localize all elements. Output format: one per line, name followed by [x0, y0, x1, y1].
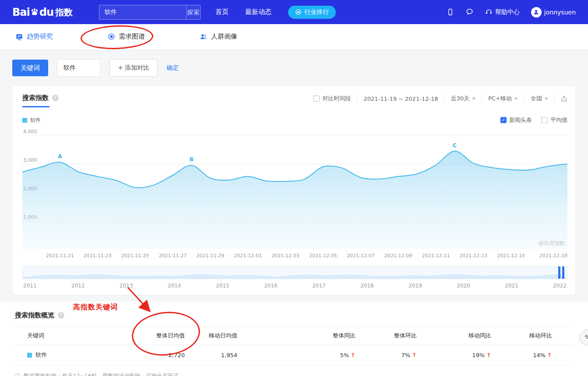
separator [444, 96, 445, 102]
navigator-slider-handle[interactable] [558, 266, 564, 279]
year-label: 2022 [553, 283, 567, 289]
baidu-index-logo[interactable]: Bai du 指数 [12, 6, 73, 18]
col-mobile-yoy: 移动同比 [417, 332, 491, 340]
chevron-down-icon [545, 98, 548, 100]
svg-text:2021-12-11: 2021-12-11 [422, 253, 450, 259]
header-right: 帮助中心 jonnysuen [447, 7, 576, 18]
separator [554, 96, 555, 102]
year-label: 2011 [23, 283, 37, 289]
card-header: 搜索指数 ? 对比时间段 2021-11-19 ~ 2021-12-18 近30… [22, 94, 567, 107]
help-center-link[interactable]: 帮助中心 [485, 8, 520, 16]
header-nav: 首页 最新动态 行业排行 [215, 6, 336, 19]
share-export-icon[interactable] [561, 96, 567, 102]
svg-text:2021-11-25: 2021-11-25 [121, 253, 149, 259]
range-dropdown[interactable]: 近30天 [451, 95, 476, 103]
search-explore-button[interactable]: 探索 [186, 5, 200, 19]
col-mobile-daily: 移动日均值 [185, 332, 237, 340]
rise-arrow-icon: ↑ [486, 352, 491, 358]
user-account[interactable]: jonnysuen [531, 7, 576, 18]
cell-overall-yoy: 5%↑ [237, 352, 356, 358]
legend-color-swatch [22, 118, 27, 123]
checkbox-icon [313, 96, 320, 102]
navigator-year-axis: 2011 2012 2013 2014 2015 2016 2017 2018 … [22, 283, 567, 291]
svg-text:3,000: 3,000 [23, 157, 37, 163]
svg-text:A: A [58, 153, 62, 160]
mobile-app-icon[interactable] [447, 8, 454, 16]
help-question-icon[interactable]: ? [58, 312, 64, 319]
news-headline-checkbox[interactable]: ✓ 新闻头条 [500, 116, 532, 124]
year-label: 2018 [360, 283, 374, 289]
series-color-swatch [27, 353, 32, 358]
top-header: Bai du 指数 探索 首页 最新动态 行业排行 [0, 0, 588, 24]
brand-suffix: 指数 [55, 7, 73, 18]
crown-icon [295, 9, 302, 15]
compare-period-checkbox[interactable]: 对比时间段 [313, 95, 351, 103]
year-label: 2012 [71, 283, 85, 289]
keyword-button[interactable]: 关键词 [12, 60, 48, 76]
rise-arrow-icon: ↑ [412, 352, 417, 358]
svg-text:2021-12-18: 2021-12-18 [539, 253, 567, 259]
year-label: 2015 [216, 283, 229, 289]
username: jonnysuen [544, 9, 576, 16]
keyword-input[interactable] [57, 59, 101, 77]
help-question-icon[interactable]: ? [52, 95, 59, 101]
message-icon[interactable] [465, 8, 474, 16]
overview-title: 搜索指数概览 [15, 311, 54, 319]
header-search-box: 探索 [99, 5, 201, 20]
navigator-history-silhouette [23, 266, 567, 279]
info-icon: i [15, 373, 21, 376]
region-dropdown[interactable]: 全国 [531, 95, 548, 103]
svg-text:2021-12-05: 2021-12-05 [309, 253, 337, 259]
cell-overall-daily: 2,720 [137, 352, 185, 358]
search-index-overview: 搜索指数概览 ? 关键词 整体日均值 移动日均值 整体同比 整体环比 移动同比 … [0, 302, 588, 376]
checked-checkbox-icon: ✓ [500, 117, 507, 123]
series-legend[interactable]: 软件 [22, 117, 41, 124]
col-mobile-mom: 移动环比 [491, 332, 561, 340]
separator [524, 96, 525, 102]
svg-text:2021-12-09: 2021-12-09 [384, 253, 412, 259]
year-label: 2017 [312, 283, 326, 289]
search-index-chart[interactable]: 1,0002,0003,0004,000ABC2021-11-212021-11… [22, 127, 567, 262]
nav-home[interactable]: 首页 [215, 8, 229, 16]
rise-arrow-icon: ↑ [351, 352, 356, 358]
separator [482, 96, 482, 102]
table-row[interactable]: 软件 2,720 1,954 5%↑ 7%↑ 19%↑ 14%↑ [15, 345, 573, 365]
baidu-index-page: Bai du 指数 探索 首页 最新动态 行业排行 [0, 0, 588, 376]
average-checkbox[interactable]: 平均值 [542, 116, 567, 124]
active-tab-underline [22, 106, 49, 107]
svg-text:2021-11-29: 2021-11-29 [196, 253, 224, 259]
separator [357, 96, 357, 102]
keyword-bar: 关键词 + 添加对比 确定 [0, 50, 588, 85]
year-label: 2016 [264, 283, 278, 289]
year-label: 2020 [457, 283, 470, 289]
headset-icon [485, 8, 493, 16]
device-dropdown[interactable]: PC+移动 [488, 95, 518, 103]
year-label: 2021 [505, 283, 518, 289]
data-update-note: i 数据更新时间：每天12~16时，受数据波动影响，可能会有延迟。 [15, 372, 573, 376]
sub-nav: 趋势研究 需求图谱 人群画像 [0, 24, 588, 50]
nav-industry-ranking[interactable]: 行业排行 [288, 6, 336, 19]
brand-text: Bai du [12, 6, 53, 18]
svg-text:2021-12-15: 2021-12-15 [497, 253, 525, 259]
radar-dot-icon [108, 33, 115, 40]
date-range-display[interactable]: 2021-11-19 ~ 2021-12-18 [363, 96, 438, 102]
overview-table: 关键词 整体日均值 移动日均值 整体同比 整体环比 移动同比 移动环比 软件 2… [15, 326, 573, 365]
search-input[interactable] [99, 9, 186, 16]
tab-crowd-portrait[interactable]: 人群画像 [200, 32, 237, 41]
checkbox-icon [542, 117, 548, 123]
tab-demand-graph[interactable]: 需求图谱 [108, 32, 145, 41]
timeline-navigator[interactable] [22, 266, 567, 279]
chevron-down-icon [472, 98, 475, 100]
tab-search-index[interactable]: 搜索指数 [22, 94, 49, 102]
svg-text:2021-12-03: 2021-12-03 [271, 253, 299, 259]
chart-controls: 对比时间段 2021-11-19 ~ 2021-12-18 近30天 PC+移动… [313, 95, 567, 103]
nav-news[interactable]: 最新动态 [245, 8, 271, 16]
cell-mobile-yoy: 19%↑ [417, 352, 491, 358]
svg-text:@百度指数: @百度指数 [539, 240, 565, 246]
search-index-card: 搜索指数 ? 对比时间段 2021-11-19 ~ 2021-12-18 近30… [12, 85, 576, 295]
year-label: 2014 [168, 283, 181, 289]
tab-trend-research[interactable]: 趋势研究 [15, 32, 53, 41]
cell-mobile-daily: 1,954 [185, 352, 237, 358]
confirm-link[interactable]: 确定 [166, 64, 179, 72]
add-compare-button[interactable]: + 添加对比 [109, 59, 158, 77]
